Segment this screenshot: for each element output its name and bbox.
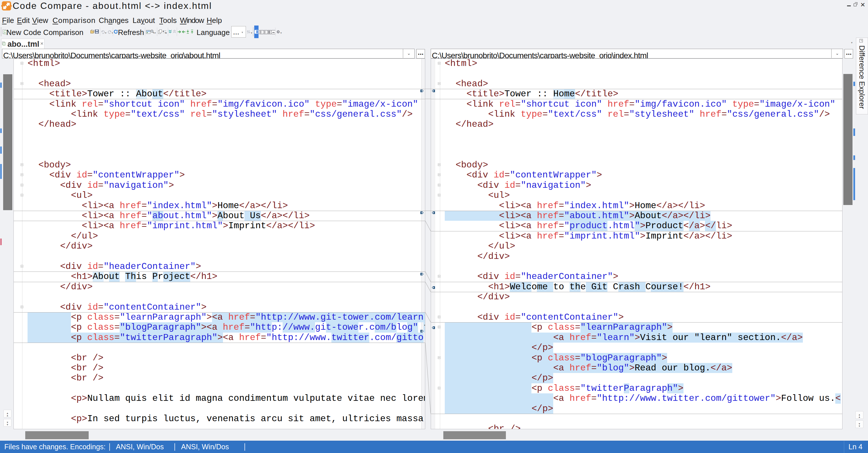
svg-text:a: a — [163, 30, 164, 32]
svg-text:b: b — [165, 32, 167, 34]
